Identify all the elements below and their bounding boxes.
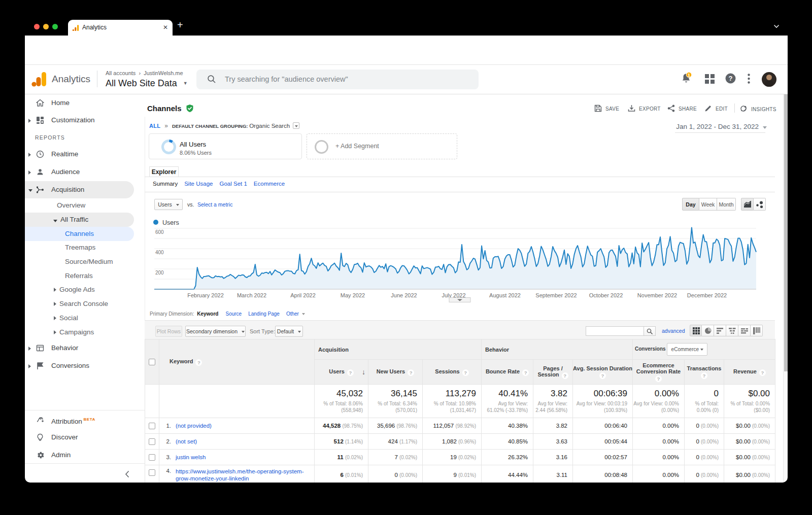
svg-text:May 2022: May 2022	[341, 292, 365, 298]
svg-text:October 2022: October 2022	[589, 292, 623, 298]
svg-text:September 2022: September 2022	[535, 292, 577, 298]
svg-text:600: 600	[155, 229, 164, 235]
svg-text:June 2022: June 2022	[391, 292, 417, 298]
svg-text:December 2022: December 2022	[687, 292, 727, 298]
svg-text:1: 1	[688, 73, 690, 78]
svg-text:November 2022: November 2022	[637, 292, 677, 298]
svg-text:February 2022: February 2022	[187, 292, 224, 298]
svg-text:200: 200	[155, 270, 164, 276]
svg-text:March 2022: March 2022	[237, 292, 266, 298]
svg-text:August 2022: August 2022	[489, 292, 521, 298]
svg-text:400: 400	[155, 250, 164, 255]
svg-text:?: ?	[729, 75, 733, 82]
svg-text:April 2022: April 2022	[290, 292, 316, 298]
